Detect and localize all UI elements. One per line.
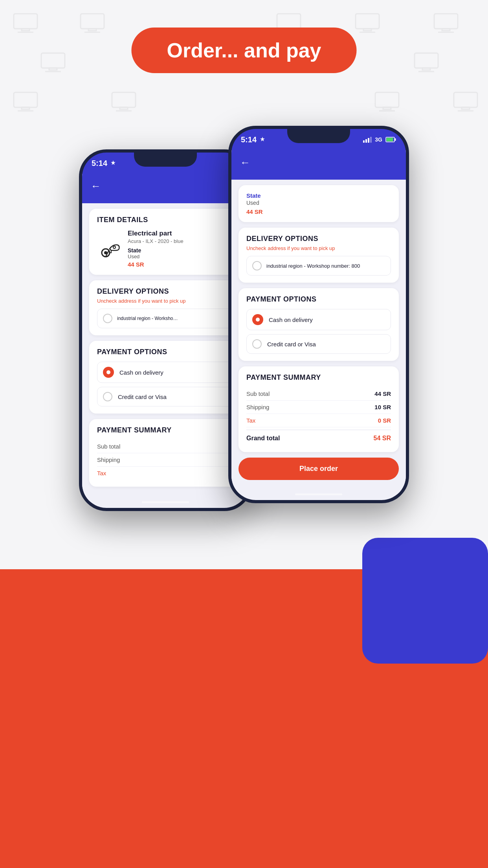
card-radio-right[interactable] (252, 339, 262, 349)
payment-options-title-right: PAYMENT OPTIONS (246, 295, 391, 303)
card-option-left[interactable]: Credit card or Visa (97, 387, 234, 406)
item-row: Electrical part Acura - ILX - 2020 - blu… (97, 230, 234, 268)
svg-rect-44 (368, 138, 369, 143)
grand-value-right: 54 SR (374, 435, 391, 442)
state-price-right: 44 SR (246, 208, 391, 215)
address-text-right: industrial region - Workshop number: 800 (266, 263, 360, 269)
state-card-right: State Used 44 SR (238, 185, 399, 222)
item-info: Electrical part Acura - ILX - 2020 - blu… (128, 230, 183, 268)
tax-row-right: Tax 0 SR (246, 414, 391, 427)
card-label-right: Credit card or Visa (267, 341, 316, 348)
subtotal-row-left: Sub total (97, 440, 234, 453)
app-content-left: ← ITEM DETAILS (82, 174, 249, 508)
payment-summary-title-right: PAYMENT SUMMARY (246, 373, 391, 382)
delivery-subtitle-right: Uncheck address if you want to pick up (246, 245, 391, 251)
item-sub: Acura - ILX - 2020 - blue (128, 238, 183, 244)
card-label-left: Credit card or Visa (118, 394, 167, 400)
cash-option-left[interactable]: Cash on delivery (97, 362, 234, 383)
svg-rect-42 (363, 140, 365, 143)
header-title: Order... and pay (167, 39, 321, 62)
header-pill: Order... and pay (131, 28, 356, 73)
svg-rect-45 (370, 137, 372, 143)
place-order-button[interactable]: Place order (238, 458, 399, 480)
notch-right (287, 129, 350, 143)
card-option-right[interactable]: Credit card or Visa (246, 334, 391, 354)
payment-summary-title-left: PAYMENT SUMMARY (97, 426, 234, 434)
shipping-row-left: Shipping (97, 453, 234, 467)
item-price: 44 SR (128, 261, 183, 268)
background-accent (362, 538, 488, 664)
subtotal-label-right: Sub total (246, 390, 270, 397)
delivery-title-right: DELIVERY OPTIONS (246, 235, 391, 243)
shipping-label-right: Shipping (246, 404, 269, 410)
address-option-right[interactable]: industrial region - Workshop number: 800 (246, 256, 391, 276)
address-text-left: industrial region - Worksho… (117, 316, 178, 321)
tax-row-left: Tax (97, 467, 234, 480)
svg-rect-47 (387, 138, 393, 142)
notch-left (134, 153, 197, 167)
delivery-options-card-left: DELIVERY OPTIONS Uncheck address if you … (89, 280, 242, 335)
state-value: Used (128, 254, 183, 259)
tax-value-right: 0 SR (378, 417, 391, 424)
svg-rect-43 (365, 139, 367, 143)
cash-option-right[interactable]: Cash on delivery (246, 309, 391, 330)
app-header-left: ← (82, 174, 249, 203)
payment-summary-card-right: PAYMENT SUMMARY Sub total 44 SR Shipping… (238, 366, 399, 452)
payment-options-card-right: PAYMENT OPTIONS Cash on delivery Credit … (238, 288, 399, 361)
back-button-left[interactable]: ← (91, 180, 101, 192)
subtotal-value-right: 44 SR (374, 390, 391, 397)
tax-label-right: Tax (246, 417, 255, 424)
status-icons-right: 3G (363, 136, 396, 143)
subtotal-row-right: Sub total 44 SR (246, 387, 391, 401)
app-content-right: ← State Used 44 SR DELIVERY OPTIONS Unch… (231, 150, 406, 500)
app-header-right: ← (231, 150, 406, 180)
phone-left: 5:14 ← ITEM DETAILS (79, 149, 252, 511)
svg-point-41 (113, 246, 116, 248)
shipping-row-right: Shipping 10 SR (246, 401, 391, 414)
delivery-options-card-right: DELIVERY OPTIONS Uncheck address if you … (238, 228, 399, 283)
delivery-title-left: DELIVERY OPTIONS (97, 287, 234, 296)
phone-right: 5:14 3G (228, 126, 409, 503)
back-button-right[interactable]: ← (240, 156, 250, 168)
state-heading-right: State (246, 192, 391, 199)
address-radio-right[interactable] (252, 261, 262, 270)
tax-label-left: Tax (97, 470, 106, 476)
subtotal-label-left: Sub total (97, 443, 120, 450)
item-details-card: ITEM DETAILS (89, 209, 242, 275)
network-label-right: 3G (375, 136, 382, 143)
payment-options-card-left: PAYMENT OPTIONS Cash on delivery Credit … (89, 341, 242, 414)
cash-radio-checked-left[interactable] (103, 367, 114, 378)
payment-summary-card-left: PAYMENT SUMMARY Sub total Shipping Tax (89, 419, 242, 487)
svg-rect-48 (395, 138, 396, 141)
payment-options-title-left: PAYMENT OPTIONS (97, 348, 234, 356)
card-radio-left[interactable] (103, 392, 112, 401)
address-radio-left[interactable] (103, 314, 112, 323)
address-option-left[interactable]: industrial region - Worksho… (97, 309, 234, 328)
state-value-right: Used (246, 200, 391, 206)
cash-radio-checked-right[interactable] (252, 314, 263, 325)
grand-total-row-right: Grand total 54 SR (246, 430, 391, 445)
delivery-subtitle-left: Uncheck address if you want to pick up (97, 298, 234, 304)
item-name: Electrical part (128, 230, 183, 237)
item-image (97, 236, 122, 261)
phones-container: 5:14 ← ITEM DETAILS (0, 126, 488, 511)
state-label: State (128, 247, 183, 254)
cash-label-left: Cash on delivery (119, 369, 163, 376)
cash-label-right: Cash on delivery (269, 316, 313, 323)
shipping-value-right: 10 SR (374, 404, 391, 410)
grand-label-right: Grand total (246, 435, 280, 442)
home-indicator-left (142, 501, 189, 503)
shipping-label-left: Shipping (97, 456, 120, 463)
home-indicator-right (295, 493, 342, 495)
time-left: 5:14 (92, 159, 117, 168)
item-details-title: ITEM DETAILS (97, 216, 234, 224)
time-right: 5:14 (241, 135, 266, 144)
